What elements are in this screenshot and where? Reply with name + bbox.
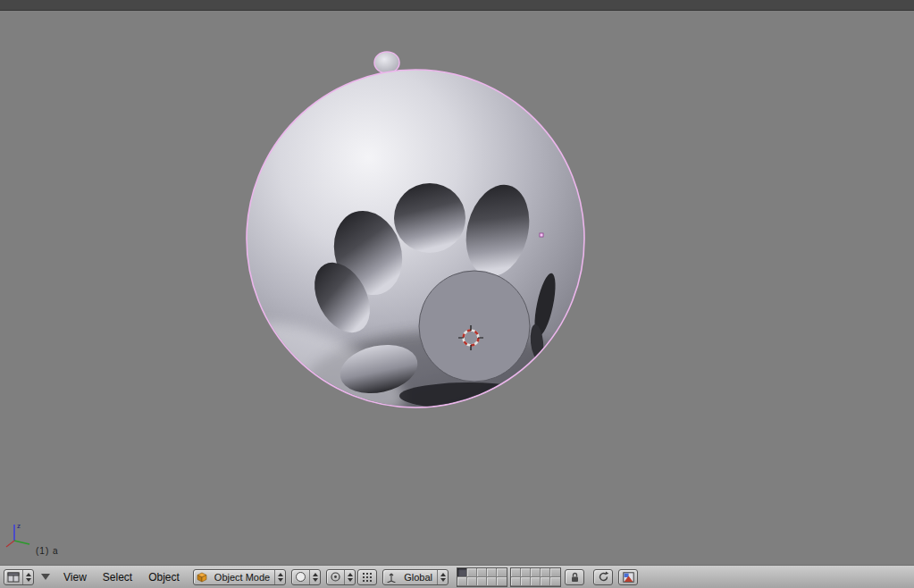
layer-toggle-17[interactable] — [521, 577, 531, 586]
layer-toggle-12[interactable] — [521, 568, 531, 577]
menu-object[interactable]: Object — [140, 571, 188, 584]
axis-icon — [383, 572, 399, 583]
mode-select-stepper[interactable] — [274, 570, 285, 584]
layer-toggle-4[interactable] — [487, 568, 497, 577]
layer-toggle-10[interactable] — [497, 577, 507, 586]
layer-toggle-3[interactable] — [477, 568, 487, 577]
grid-dots-icon — [359, 572, 375, 583]
layer-toggle-19[interactable] — [541, 577, 550, 586]
draw-type-select[interactable] — [291, 569, 321, 585]
layer-toggle-5[interactable] — [497, 568, 507, 577]
layer-toggle-2[interactable] — [467, 568, 477, 577]
layer-toggle-8[interactable] — [477, 577, 487, 586]
layer-toggle-13[interactable] — [531, 568, 541, 577]
render-image-icon — [620, 572, 637, 583]
lock-icon — [567, 572, 583, 583]
top-bar — [0, 0, 914, 11]
top-bump — [374, 52, 399, 73]
menu-view[interactable]: View — [55, 571, 95, 584]
orientation-select-value: Global — [399, 572, 437, 583]
layer-buttons-group-2 — [510, 567, 561, 587]
layer-toggle-1[interactable] — [457, 568, 467, 577]
lock-layers-button[interactable] — [565, 569, 584, 585]
sphere-object[interactable] — [237, 70, 599, 441]
render-this-window-button[interactable] — [618, 569, 638, 585]
mode-select-value: Object Mode — [210, 572, 274, 583]
axis-indicator: z — [6, 522, 29, 547]
cube-icon — [194, 572, 210, 583]
layer-toggle-20[interactable] — [550, 577, 560, 586]
blender-window: z (1) a View Select Object — [0, 0, 914, 588]
header-collapse-icon[interactable] — [41, 574, 50, 580]
history-button[interactable] — [593, 569, 613, 585]
pivot-select-stepper[interactable] — [344, 570, 355, 584]
editor-type-stepper[interactable] — [22, 570, 33, 584]
3d-viewport[interactable]: z (1) a — [0, 11, 914, 565]
menu-select[interactable]: Select — [95, 571, 140, 584]
layer-toggle-15[interactable] — [550, 568, 560, 577]
boolean-circle-face — [419, 271, 530, 382]
draw-type-stepper[interactable] — [309, 570, 320, 584]
viewport-info-text: (1) a — [36, 546, 59, 556]
editor-type-select[interactable] — [4, 569, 34, 585]
sphere-hole — [394, 183, 465, 253]
layer-toggle-18[interactable] — [531, 577, 541, 586]
pivot-select[interactable] — [326, 569, 356, 585]
viewport-header: View Select Object Object Mode — [0, 565, 914, 588]
layer-toggle-6[interactable] — [457, 577, 467, 586]
orientation-select-stepper[interactable] — [437, 570, 448, 584]
viewport-grid-icon — [4, 572, 22, 583]
layer-buttons-group-1 — [457, 567, 507, 587]
mode-select[interactable]: Object Mode — [193, 569, 286, 585]
layer-toggle-9[interactable] — [487, 577, 497, 586]
layer-toggle-11[interactable] — [511, 568, 521, 577]
layer-toggle-16[interactable] — [511, 577, 521, 586]
layer-toggle-14[interactable] — [541, 568, 550, 577]
layer-toggle-7[interactable] — [467, 577, 477, 586]
history-arrows-icon — [595, 571, 612, 583]
manipulator-button[interactable] — [357, 569, 377, 585]
axis-z-label: z — [17, 522, 21, 530]
orientation-select[interactable]: Global — [382, 569, 449, 585]
scene-canvas: z — [0, 11, 914, 565]
shading-circle-icon — [292, 571, 309, 583]
pivot-point-icon — [327, 571, 344, 583]
object-center-dot — [540, 233, 543, 237]
bottom-shadow — [399, 382, 539, 409]
